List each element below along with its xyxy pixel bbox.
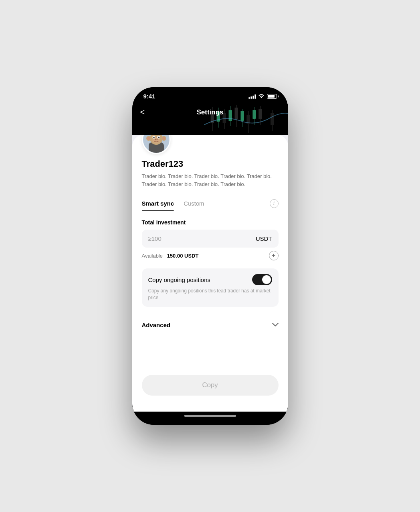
add-funds-button[interactable]: +: [269, 251, 279, 260]
copy-positions-toggle[interactable]: [252, 274, 272, 285]
trader-bio: Trader bio. Trader bio. Trader bio. Trad…: [132, 172, 288, 188]
svg-point-29: [156, 139, 157, 140]
input-placeholder: ≥100: [148, 235, 161, 242]
wifi-icon: [258, 93, 265, 99]
status-time: 9:41: [143, 93, 155, 100]
available-row: Available 150.00 USDT +: [142, 251, 279, 260]
home-bar: [184, 415, 236, 417]
tabs-container: Smart sync Custom i: [132, 196, 288, 211]
nav-bar: < Settings: [140, 106, 280, 117]
home-indicator: [132, 412, 288, 425]
svg-point-34: [154, 137, 155, 138]
signal-icon: [249, 94, 256, 99]
white-card: Trader123 Trader bio. Trader bio. Trader…: [132, 135, 288, 412]
avatar: [142, 135, 171, 154]
available-label: Available 150.00 USDT: [142, 253, 199, 259]
phone-device: 9:41: [132, 87, 288, 425]
toggle-section: Copy ongoing positions Copy any ongoing …: [142, 268, 279, 307]
form-content: Total investment ≥100 USDT Available 150…: [132, 211, 288, 375]
status-icons: [249, 93, 277, 99]
header-area: < Settings: [132, 103, 288, 135]
trader-name: Trader123: [132, 159, 288, 169]
toggle-row: Copy ongoing positions: [148, 274, 272, 285]
back-button[interactable]: <: [140, 108, 152, 117]
svg-point-24: [147, 137, 150, 140]
page-title: Settings: [152, 108, 268, 116]
svg-point-35: [159, 137, 159, 138]
investment-input[interactable]: ≥100 USDT: [142, 230, 279, 248]
bottom-area: Copy: [132, 375, 288, 404]
advanced-label: Advanced: [142, 322, 171, 328]
notch: [186, 87, 234, 98]
toggle-description: Copy any ongoing positions this lead tra…: [148, 288, 272, 301]
info-icon[interactable]: i: [270, 199, 279, 208]
chevron-down-icon: [272, 322, 279, 328]
available-amount: 150.00 USDT: [167, 253, 199, 259]
currency-label: USDT: [256, 235, 272, 242]
total-investment-label: Total investment: [142, 219, 279, 226]
toggle-label: Copy ongoing positions: [148, 276, 211, 283]
svg-point-26: [162, 137, 165, 140]
phone-screen: 9:41: [132, 87, 288, 425]
content-wrapper: Trader123 Trader bio. Trader bio. Trader…: [132, 135, 288, 412]
advanced-section[interactable]: Advanced: [142, 315, 279, 335]
svg-point-28: [155, 139, 156, 140]
tab-smart-sync[interactable]: Smart sync: [142, 196, 174, 211]
tab-custom[interactable]: Custom: [183, 196, 204, 211]
avatar-section: [132, 135, 288, 154]
battery-icon: [267, 94, 277, 99]
copy-button[interactable]: Copy: [142, 375, 279, 396]
